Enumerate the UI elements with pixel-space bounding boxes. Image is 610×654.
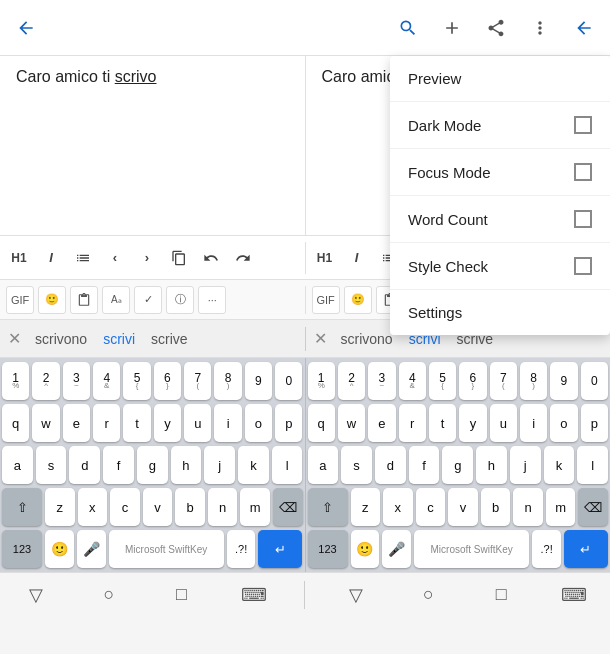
key-p-left[interactable]: p [275,404,302,442]
fmt-list-left[interactable] [68,242,98,274]
key-k-right[interactable]: k [544,446,575,484]
key-d-right[interactable]: d [375,446,406,484]
shift-key-right[interactable]: ⇧ [308,488,348,526]
mic-key-left[interactable]: 🎤 [77,530,106,568]
emoji-key-left[interactable]: 🙂 [45,530,74,568]
key-7-right[interactable]: 7( [490,362,517,400]
key-z-right[interactable]: z [351,488,381,526]
key-9-right[interactable]: 9 [550,362,577,400]
key-c-right[interactable]: c [416,488,446,526]
key-x-left[interactable]: x [78,488,108,526]
more-button[interactable] [522,10,558,46]
key-q-right[interactable]: q [308,404,335,442]
key-y-left[interactable]: y [154,404,181,442]
key-l-right[interactable]: l [577,446,608,484]
key-s-right[interactable]: s [341,446,372,484]
key-4-right[interactable]: 4& [399,362,426,400]
share-button[interactable] [478,10,514,46]
emoji-key-right[interactable]: 🙂 [351,530,380,568]
suggestion-left-2[interactable]: scrivi [101,327,137,351]
fmt-undo-left[interactable] [196,242,226,274]
fmt-copy-left[interactable] [164,242,194,274]
enter-key-left[interactable]: ↵ [258,530,302,568]
key-6-right[interactable]: 6} [459,362,486,400]
key-5-left[interactable]: 5{ [123,362,150,400]
key-u-left[interactable]: u [184,404,211,442]
fmt-h1-right[interactable]: H1 [310,242,340,274]
key-0-right[interactable]: 0 [581,362,608,400]
period-key-right[interactable]: .?! [532,530,561,568]
nav-home-left[interactable]: ○ [87,573,131,617]
nav-recent-right[interactable]: □ [479,573,523,617]
key-k-left[interactable]: k [238,446,269,484]
checkbox-word-count[interactable] [574,210,592,228]
key-e-left[interactable]: e [63,404,90,442]
num-key-left[interactable]: 123 [2,530,42,568]
clipboard-btn-left[interactable] [70,286,98,314]
key-h-left[interactable]: h [171,446,202,484]
key-z-left[interactable]: z [45,488,75,526]
key-b-left[interactable]: b [175,488,205,526]
key-i-left[interactable]: i [214,404,241,442]
key-n-left[interactable]: n [208,488,238,526]
key-0-left[interactable]: 0 [275,362,302,400]
menu-item-settings[interactable]: Settings [390,290,610,335]
key-2-left[interactable]: 2^ [32,362,59,400]
key-i-right[interactable]: i [520,404,547,442]
info-btn-left[interactable]: ⓘ [166,286,194,314]
key-e-right[interactable]: e [368,404,395,442]
mic-key-right[interactable]: 🎤 [382,530,411,568]
enter-key-right[interactable]: ↵ [564,530,608,568]
key-3-right[interactable]: 3~ [368,362,395,400]
key-y-right[interactable]: y [459,404,486,442]
key-j-left[interactable]: j [204,446,235,484]
key-d-left[interactable]: d [69,446,100,484]
key-1-right[interactable]: 1% [308,362,335,400]
key-h-right[interactable]: h [476,446,507,484]
menu-item-preview[interactable]: Preview [390,56,610,102]
back2-button[interactable] [566,10,602,46]
key-x-right[interactable]: x [383,488,413,526]
gif-btn-right[interactable]: GIF [312,286,340,314]
nav-back-right[interactable]: ▽ [334,573,378,617]
menu-item-focus-mode[interactable]: Focus Mode [390,149,610,196]
checkbox-style-check[interactable] [574,257,592,275]
fmt-arrow-left-left[interactable]: ‹ [100,242,130,274]
fmt-italic-right[interactable]: I [342,242,372,274]
key-5-right[interactable]: 5{ [429,362,456,400]
key-3-left[interactable]: 3~ [63,362,90,400]
backspace-key-right[interactable]: ⌫ [578,488,608,526]
key-a-right[interactable]: a [308,446,339,484]
key-o-left[interactable]: o [245,404,272,442]
search-button[interactable] [390,10,426,46]
key-p-right[interactable]: p [581,404,608,442]
editor-left[interactable]: Caro amico ti scrivo [0,56,306,235]
suggestion-right-1[interactable]: scrivono [339,327,395,351]
suggestion-left-1[interactable]: scrivono [33,327,89,351]
key-j-right[interactable]: j [510,446,541,484]
fmt-arrow-right-left[interactable]: › [132,242,162,274]
nav-keyboard-left[interactable]: ⌨ [232,573,276,617]
emoji-btn-left[interactable]: 🙂 [38,286,66,314]
format-btn-left[interactable]: Aₐ [102,286,130,314]
key-8-left[interactable]: 8) [214,362,241,400]
key-m-left[interactable]: m [240,488,270,526]
key-7-left[interactable]: 7( [184,362,211,400]
fmt-h1-left[interactable]: H1 [4,242,34,274]
space-key-right[interactable]: Microsoft SwiftKey [414,530,529,568]
fmt-redo-left[interactable] [228,242,258,274]
checkbox-focus-mode[interactable] [574,163,592,181]
key-g-right[interactable]: g [442,446,473,484]
key-2-right[interactable]: 2^ [338,362,365,400]
key-b-right[interactable]: b [481,488,511,526]
key-w-left[interactable]: w [32,404,59,442]
suggestion-close-left[interactable]: ✕ [8,329,21,348]
key-t-right[interactable]: t [429,404,456,442]
key-u-right[interactable]: u [490,404,517,442]
period-key-left[interactable]: .?! [227,530,256,568]
add-button[interactable] [434,10,470,46]
emoji-btn-right[interactable]: 🙂 [344,286,372,314]
key-o-right[interactable]: o [550,404,577,442]
key-f-left[interactable]: f [103,446,134,484]
key-4-left[interactable]: 4& [93,362,120,400]
